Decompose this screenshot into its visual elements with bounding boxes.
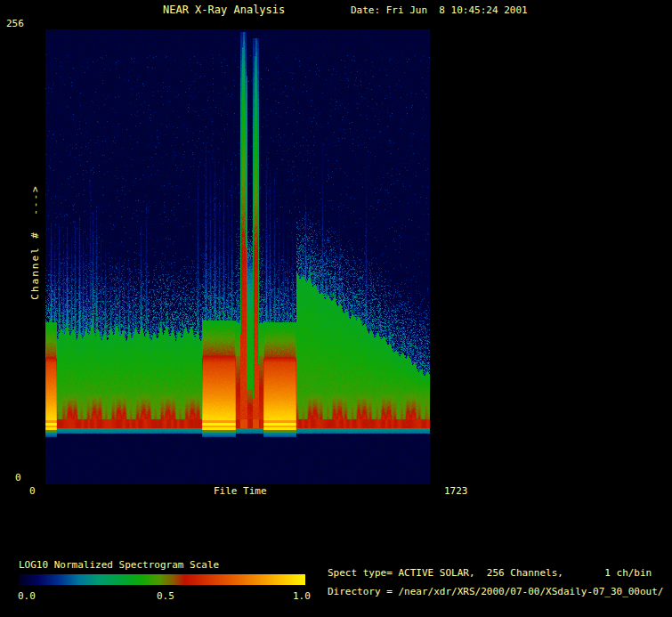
y-axis-min-tick: 0 [15,473,21,483]
near-xray-analysis-window: NEAR X-Ray Analysis Date: Fri Jun 8 10:4… [0,0,672,617]
colorbar-tick-1: 1.0 [293,591,311,602]
x-axis-min-tick: 0 [29,486,36,497]
y-axis-max-tick: 256 [6,19,24,29]
x-axis-max-tick: 1723 [444,486,468,497]
spect-type-info: Spect type= ACTIVE SOLAR, 256 Channels, … [328,568,652,579]
colorbar-title: LOG10 Normalized Spectrogram Scale [19,560,219,571]
colorbar-gradient [19,574,305,585]
colorbar-tick-05: 0.5 [157,591,174,602]
y-axis-label: Channel # ---> [30,166,41,318]
colorbar-tick-0: 0.0 [18,591,36,602]
window-title: NEAR X-Ray Analysis [163,4,285,15]
directory-info: Directory = /near/xdr/XRS/2000/07-00/XSd… [328,587,664,597]
spectrogram-image [45,29,430,484]
x-axis-label: File Time [214,486,267,497]
date-label: Date: Fri Jun 8 10:45:24 2001 [351,5,528,16]
